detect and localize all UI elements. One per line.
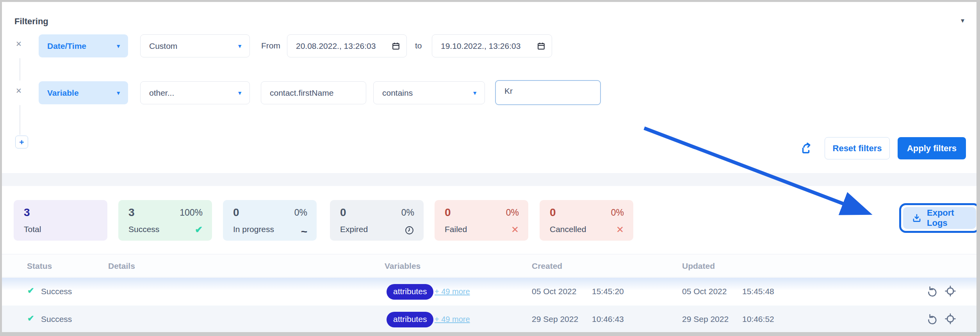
logs-filtering-page: Filtering ▼ ✕ Date/Time ▼ Custom ▼ From … <box>0 0 980 336</box>
variables-tag: attributes <box>387 312 433 327</box>
stat-percent: 0% <box>506 207 519 218</box>
export-logs-button[interactable]: Export Logs <box>903 207 976 229</box>
variable-name-value: contact.firstName <box>270 88 333 98</box>
column-header-details: Details <box>108 261 135 271</box>
reset-filters-button[interactable]: Reset filters <box>825 137 890 159</box>
share-filters-icon[interactable] <box>799 141 813 155</box>
stat-value: 0 <box>445 206 451 219</box>
stat-value: 3 <box>24 206 30 219</box>
stat-label: Failed <box>445 225 467 234</box>
stat-card-success: 3 100% Success ✔ <box>118 200 212 241</box>
check-icon: ✔ <box>195 224 203 235</box>
stat-label: Expired <box>340 225 368 234</box>
filtering-section-title: Filtering <box>14 16 48 27</box>
updated-time: 10:46:52 <box>742 315 774 324</box>
section-divider <box>2 173 976 186</box>
chevron-down-icon: ▼ <box>237 90 242 96</box>
download-icon <box>912 213 922 223</box>
stat-label: Success <box>128 225 159 234</box>
filter-field-select[interactable]: Date/Time ▼ <box>39 34 128 57</box>
export-logs-label: Export Logs <box>927 208 968 228</box>
clock-icon <box>404 225 414 235</box>
stat-card-in-progress: 0 0% In progress ~ <box>223 200 317 241</box>
from-datetime-value: 20.08.2022., 13:26:03 <box>296 41 376 51</box>
column-header-created: Created <box>532 261 562 271</box>
stat-percent: 0% <box>294 207 307 218</box>
to-datetime-input[interactable]: 19.10.2022., 13:26:03 <box>432 34 552 57</box>
table-row[interactable]: ✔ Success attributes + 49 more 05 Oct 20… <box>2 278 976 306</box>
locate-target-icon[interactable] <box>944 285 957 298</box>
stat-value: 3 <box>128 206 135 219</box>
stat-percent: 100% <box>180 207 203 218</box>
status-text: Success <box>41 287 72 296</box>
filter-field-select[interactable]: Variable ▼ <box>39 81 128 104</box>
stat-label: Cancelled <box>550 225 586 234</box>
stat-percent: 0% <box>611 207 624 218</box>
to-label: to <box>415 41 422 50</box>
column-header-variables: Variables <box>385 261 421 271</box>
remove-filter-icon[interactable]: ✕ <box>16 87 22 95</box>
filter-connector-line <box>20 105 20 135</box>
stat-value: 0 <box>550 206 556 219</box>
created-date: 29 Sep 2022 <box>532 315 578 324</box>
stat-card-failed: 0 0% Failed ✕ <box>435 200 528 241</box>
chevron-down-icon: ▼ <box>116 90 121 96</box>
filter-field-value: Variable <box>47 88 79 98</box>
cross-icon: ✕ <box>616 224 624 235</box>
variables-tag: attributes <box>387 284 433 300</box>
collapse-section-icon[interactable]: ▼ <box>960 17 966 24</box>
variable-value-text: Kr <box>504 86 513 96</box>
add-filter-button[interactable]: + <box>15 136 28 148</box>
to-datetime-value: 19.10.2022., 13:26:03 <box>441 41 520 51</box>
chevron-down-icon: ▼ <box>116 43 121 49</box>
success-check-icon: ✔ <box>27 314 34 323</box>
updated-date: 05 Oct 2022 <box>682 287 727 296</box>
stat-label: Total <box>24 225 41 234</box>
cross-icon: ✕ <box>511 224 519 235</box>
filter-connector-line <box>20 58 20 80</box>
rerun-icon[interactable] <box>926 313 938 325</box>
variable-kind-value: other... <box>149 88 174 98</box>
locate-target-icon[interactable] <box>944 313 957 325</box>
from-datetime-input[interactable]: 20.08.2022., 13:26:03 <box>287 34 407 57</box>
created-time: 15:45:20 <box>592 287 624 296</box>
column-header-updated: Updated <box>682 261 715 271</box>
apply-filters-button[interactable]: Apply filters <box>898 137 966 159</box>
condition-value: contains <box>382 88 413 98</box>
from-label: From <box>261 41 280 50</box>
stat-card-total: 3 Total <box>14 200 107 241</box>
calendar-icon[interactable] <box>537 42 545 50</box>
calendar-icon[interactable] <box>392 42 400 50</box>
status-text: Success <box>41 315 72 324</box>
condition-select[interactable]: contains ▼ <box>373 81 485 104</box>
stat-card-expired: 0 0% Expired <box>330 200 424 241</box>
filter-field-value: Date/Time <box>47 41 86 51</box>
created-date: 05 Oct 2022 <box>532 287 576 296</box>
more-variables-link[interactable]: + 49 more <box>435 315 470 324</box>
tilde-icon: ~ <box>301 229 307 235</box>
column-header-status: Status <box>27 261 52 271</box>
date-range-preset-select[interactable]: Custom ▼ <box>140 34 250 57</box>
variable-value-input[interactable]: Kr <box>495 80 601 105</box>
stat-value: 0 <box>233 206 239 219</box>
chevron-down-icon: ▼ <box>237 43 242 49</box>
variable-kind-select[interactable]: other... ▼ <box>140 81 250 104</box>
remove-filter-icon[interactable]: ✕ <box>16 40 22 48</box>
rerun-icon[interactable] <box>926 285 938 298</box>
updated-date: 29 Sep 2022 <box>682 315 729 324</box>
table-row[interactable]: ✔ Success attributes + 49 more 29 Sep 20… <box>2 306 976 333</box>
export-logs-highlight-ring: Export Logs <box>899 203 980 233</box>
table-header: Status Details Variables Created Updated <box>2 254 976 277</box>
stat-percent: 0% <box>401 207 414 218</box>
created-time: 10:46:43 <box>592 315 624 324</box>
variable-name-input[interactable]: contact.firstName <box>261 81 366 104</box>
date-range-preset-value: Custom <box>149 41 177 51</box>
stat-label: In progress <box>233 225 274 234</box>
updated-time: 15:45:48 <box>742 287 774 296</box>
more-variables-link[interactable]: + 49 more <box>435 287 470 296</box>
chevron-down-icon: ▼ <box>472 90 478 96</box>
stat-card-cancelled: 0 0% Cancelled ✕ <box>540 200 633 241</box>
success-check-icon: ✔ <box>27 286 34 295</box>
stat-value: 0 <box>340 206 346 219</box>
